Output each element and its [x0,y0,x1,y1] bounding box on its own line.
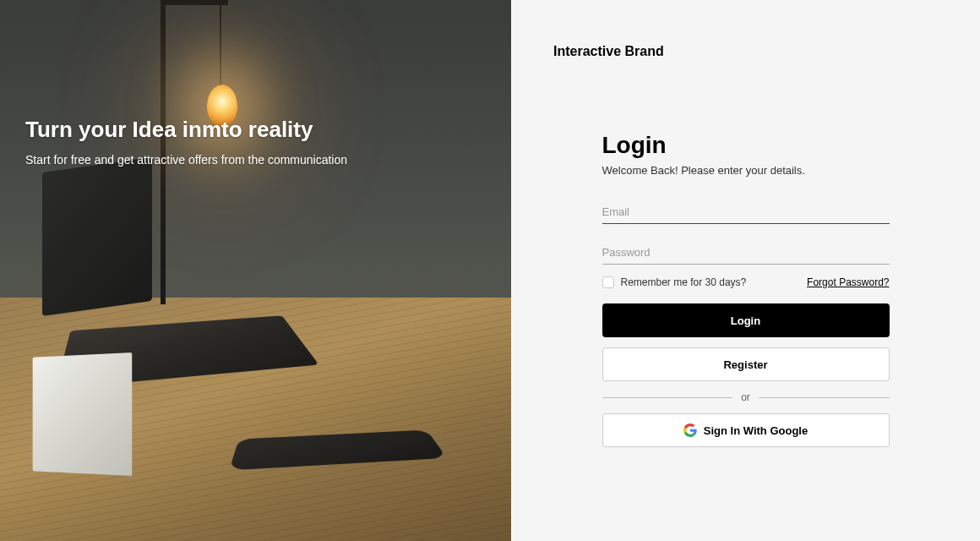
login-form: Login Welcome Back! Please enter your de… [560,132,932,447]
hero-panel: Turn your Idea inmto reality Start for f… [0,0,511,541]
remember-checkbox[interactable] [602,276,614,288]
register-button[interactable]: Register [602,347,890,381]
auth-panel: Interactive Brand Login Welcome Back! Pl… [511,0,980,541]
google-icon [683,424,697,437]
register-button-label: Register [723,358,767,371]
or-divider: or [602,391,890,403]
hero-background-scene [0,0,511,541]
login-title: Login [602,132,890,159]
login-subtitle: Welcome Back! Please enter your details. [602,164,890,177]
login-button-label: Login [731,314,760,327]
google-button-label: Sign In With Google [704,424,808,437]
google-signin-button[interactable]: Sign In With Google [602,413,890,447]
or-label: or [741,391,750,403]
brand-name: Interactive Brand [553,44,938,59]
remember-label: Remember me for 30 days? [621,276,747,288]
hero-subtitle: Start for free and get attractive offers… [25,153,347,167]
hero-title: Turn your Idea inmto reality [25,117,347,143]
password-field[interactable] [602,241,890,265]
forgot-password-link[interactable]: Forgot Password? [807,276,889,288]
email-field[interactable] [602,200,890,224]
login-button[interactable]: Login [602,303,890,337]
